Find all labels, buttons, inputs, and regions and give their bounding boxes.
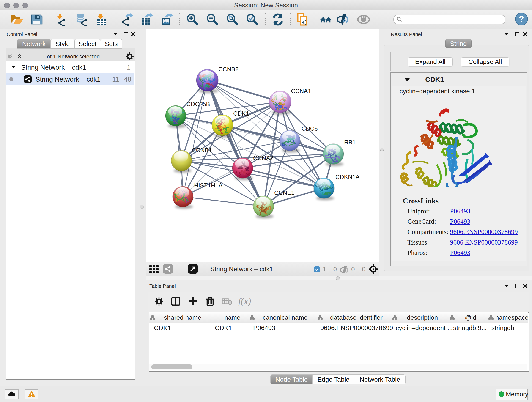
svg-text:CCNB1: CCNB1 bbox=[192, 147, 212, 153]
svg-text:HIST1H1A: HIST1H1A bbox=[194, 182, 223, 189]
svg-text:CCNB2: CCNB2 bbox=[218, 66, 239, 73]
svg-text:CCNA2: CCNA2 bbox=[253, 154, 273, 161]
svg-text:CDC25B: CDC25B bbox=[186, 101, 210, 108]
svg-text:CDKN1A: CDKN1A bbox=[336, 173, 360, 180]
svg-text:CCNE1: CCNE1 bbox=[274, 189, 294, 196]
svg-text:CDK1: CDK1 bbox=[233, 110, 249, 117]
svg-text:?: ? bbox=[519, 14, 524, 24]
svg-text:CCNA1: CCNA1 bbox=[291, 88, 311, 95]
svg-text:CDC6: CDC6 bbox=[302, 125, 318, 132]
svg-text:RB1: RB1 bbox=[344, 139, 356, 146]
